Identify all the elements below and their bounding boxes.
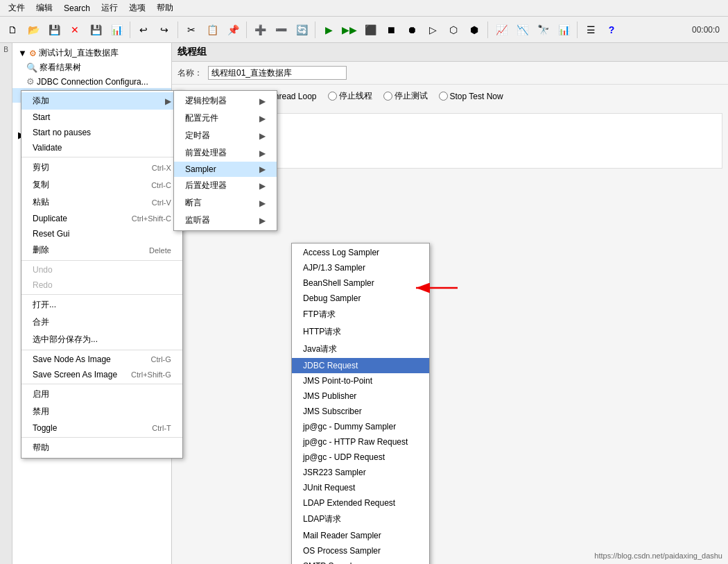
sm2-ftp[interactable]: FTP请求: [292, 306, 429, 323]
sm2-jdbc[interactable]: JDBC Request: [292, 358, 429, 373]
sm2-ftp-label: FTP请求: [303, 309, 336, 321]
sm2-jms-publisher[interactable]: JMS Publisher: [292, 388, 429, 404]
sm2-ldap-label: LDAP请求: [303, 513, 341, 525]
cm-validate[interactable]: Validate: [21, 140, 182, 155]
sm2-jpgc-dummy[interactable]: jp@gc - Dummy Sampler: [292, 419, 429, 434]
sm2-jpgc-udp[interactable]: jp@gc - UDP Request: [292, 450, 429, 465]
sm2-mail-reader[interactable]: Mail Reader Sampler: [292, 528, 429, 543]
cm-save-screen-image[interactable]: Save Screen As Image Ctrl+Shift-G: [21, 367, 182, 382]
cm-merge[interactable]: 合并: [21, 314, 182, 331]
cm-copy[interactable]: 复制 Ctrl-C: [21, 176, 182, 194]
cm-duplicate-label: Duplicate: [33, 214, 67, 223]
sm2-smtp[interactable]: SMTP Sampler: [292, 558, 429, 564]
cm-merge-label: 合并: [33, 316, 49, 328]
sm1-sampler[interactable]: Sampler ▶: [174, 162, 277, 177]
sm1-preprocessor[interactable]: 前置处理器 ▶: [174, 144, 277, 162]
sm1-listener[interactable]: 监听器 ▶: [174, 212, 277, 229]
cm-toggle-label: Toggle: [33, 423, 57, 433]
cm-add-label: 添加: [33, 95, 49, 107]
sm2-jsr223[interactable]: JSR223 Sampler: [292, 465, 429, 480]
sm1-config[interactable]: 配置元件 ▶: [174, 110, 277, 127]
sm2-ajp-label: AJP/1.3 Sampler: [303, 263, 365, 273]
sm1-assertion[interactable]: 断言 ▶: [174, 194, 277, 212]
cm-enable[interactable]: 启用: [21, 386, 182, 403]
context-menu: 添加 ▶ Start Start no pauses Validate 剪切 C…: [21, 90, 183, 459]
cm-save-selection[interactable]: 选中部分保存为...: [21, 331, 182, 348]
sm2-access-log[interactable]: Access Log Sampler: [292, 245, 429, 260]
cm-start[interactable]: Start: [21, 110, 182, 125]
sm2-jsr223-label: JSR223 Sampler: [303, 468, 366, 477]
sm2-jdbc-label: JDBC Request: [303, 361, 358, 370]
sm2-java-label: Java请求: [303, 343, 337, 355]
sm2-debug[interactable]: Debug Sampler: [292, 291, 429, 306]
sm2-jpgc-http-raw[interactable]: jp@gc - HTTP Raw Request: [292, 434, 429, 450]
cm-redo: Redo: [21, 277, 182, 293]
sm1-postprocessor-arrow: ▶: [259, 181, 266, 191]
cm-disable[interactable]: 禁用: [21, 403, 182, 420]
sm2-ldap[interactable]: LDAP请求: [292, 511, 429, 528]
submenu-sampler: Access Log Sampler AJP/1.3 Sampler BeanS…: [291, 243, 430, 564]
sm2-smtp-label: SMTP Sampler: [303, 561, 359, 564]
sm2-os-process[interactable]: OS Process Sampler: [292, 543, 429, 558]
cm-save-selection-label: 选中部分保存为...: [33, 334, 98, 345]
sm1-preprocessor-label: 前置处理器: [185, 147, 227, 159]
cm-reset-gui[interactable]: Reset Gui: [21, 226, 182, 241]
cm-toggle-shortcut: Ctrl-T: [152, 424, 171, 432]
sm1-config-arrow: ▶: [259, 114, 266, 123]
cm-copy-label: 复制: [33, 179, 49, 191]
cm-sep2: [21, 260, 182, 261]
sm2-http-label: HTTP请求: [303, 326, 341, 338]
sm1-sampler-label: Sampler: [185, 164, 216, 174]
sm1-postprocessor[interactable]: 后置处理器 ▶: [174, 177, 277, 194]
sm2-java[interactable]: Java请求: [292, 341, 429, 358]
sm2-jms-p2p[interactable]: JMS Point-to-Point: [292, 373, 429, 388]
cm-open-label: 打开...: [33, 299, 56, 311]
cm-delete[interactable]: 删除 Delete: [21, 241, 182, 259]
cm-start-nopause-label: Start no pauses: [33, 128, 91, 137]
cm-add-arrow: ▶: [165, 96, 171, 106]
context-menu-overlay: 添加 ▶ Start Start no pauses Validate 剪切 C…: [0, 0, 728, 564]
sm2-http[interactable]: HTTP请求: [292, 323, 429, 341]
cm-cut-shortcut: Ctrl-X: [152, 164, 171, 172]
cm-paste[interactable]: 粘贴 Ctrl-V: [21, 194, 182, 211]
cm-duplicate[interactable]: Duplicate Ctrl+Shift-C: [21, 211, 182, 226]
submenu-add: 逻辑控制器 ▶ 配置元件 ▶ 定时器 ▶ 前置处理器 ▶ Sampler ▶ 后…: [173, 90, 277, 231]
sm2-jpgc-udp-label: jp@gc - UDP Request: [303, 452, 385, 462]
sm1-timer[interactable]: 定时器 ▶: [174, 127, 277, 144]
sm2-ldap-extended[interactable]: LDAP Extended Request: [292, 495, 429, 511]
sm2-junit[interactable]: JUnit Request: [292, 480, 429, 495]
sm2-jpgc-http-raw-label: jp@gc - HTTP Raw Request: [303, 437, 408, 447]
cm-toggle[interactable]: Toggle Ctrl-T: [21, 420, 182, 436]
sm2-jpgc-dummy-label: jp@gc - Dummy Sampler: [303, 422, 396, 431]
cm-delete-shortcut: Delete: [149, 246, 171, 255]
cm-help[interactable]: 帮助: [21, 439, 182, 456]
sm1-logic-arrow: ▶: [259, 96, 266, 106]
cm-disable-label: 禁用: [33, 406, 49, 418]
cm-redo-label: Redo: [33, 280, 53, 290]
cm-start-nopause[interactable]: Start no pauses: [21, 125, 182, 140]
cm-open[interactable]: 打开...: [21, 296, 182, 314]
sm2-ajp[interactable]: AJP/1.3 Sampler: [292, 260, 429, 275]
sm1-postprocessor-label: 后置处理器: [185, 180, 227, 191]
cm-cut[interactable]: 剪切 Ctrl-X: [21, 159, 182, 176]
sm2-jms-subscriber[interactable]: JMS Subscriber: [292, 404, 429, 419]
cm-paste-label: 粘贴: [33, 196, 49, 208]
sm2-jms-p2p-label: JMS Point-to-Point: [303, 376, 372, 386]
cm-enable-label: 启用: [33, 388, 49, 400]
sm1-listener-arrow: ▶: [259, 216, 266, 225]
sm2-beanshell[interactable]: BeanShell Sampler: [292, 275, 429, 291]
cm-duplicate-shortcut: Ctrl+Shift-C: [132, 214, 171, 223]
sm2-ldap-extended-label: LDAP Extended Request: [303, 498, 395, 508]
sm1-logic-label: 逻辑控制器: [185, 95, 227, 107]
cm-save-node-image[interactable]: Save Node As Image Ctrl-G: [21, 352, 182, 367]
cm-save-node-image-label: Save Node As Image: [33, 354, 111, 364]
sm2-beanshell-label: BeanShell Sampler: [303, 278, 374, 288]
sm1-logic[interactable]: 逻辑控制器 ▶: [174, 92, 277, 110]
sm2-access-log-label: Access Log Sampler: [303, 248, 379, 257]
sm2-jms-publisher-label: JMS Publisher: [303, 391, 356, 401]
cm-save-screen-image-shortcut: Ctrl+Shift-G: [131, 370, 171, 379]
cm-undo-label: Undo: [33, 265, 53, 275]
cm-start-label: Start: [33, 112, 50, 122]
cm-reset-gui-label: Reset Gui: [33, 229, 69, 239]
cm-add[interactable]: 添加 ▶: [21, 92, 182, 110]
